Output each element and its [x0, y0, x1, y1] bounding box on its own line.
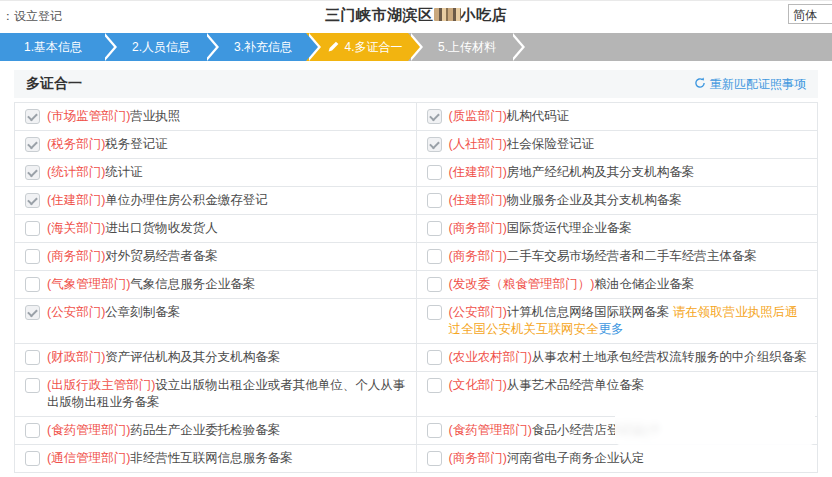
- item-name: 食品小经营店登记证(个: [532, 423, 661, 437]
- language-select[interactable]: 简体: [788, 4, 832, 24]
- step-upload-materials[interactable]: 5.上传材料: [408, 33, 510, 61]
- item-label: (商务部门)二手车交易市场经营者和二手车经营主体备案: [449, 248, 757, 265]
- item-checkbox[interactable]: [427, 193, 442, 208]
- item-checkbox[interactable]: [25, 378, 40, 393]
- page-title-prefix: 三门峡市湖滨区: [325, 6, 434, 23]
- item-checkbox[interactable]: [427, 451, 442, 466]
- item-department: (文化部门): [449, 378, 507, 392]
- item-checkbox-checked[interactable]: [25, 137, 40, 152]
- item-department: (海关部门): [47, 221, 105, 235]
- item-checkbox[interactable]: [25, 221, 40, 236]
- item-checkbox[interactable]: [25, 249, 40, 264]
- rematch-label: 重新匹配证照事项: [710, 76, 806, 93]
- item-name: 物业服务企业及其分支机构备案: [507, 193, 682, 207]
- item-label: (通信管理部门)非经营性互联网信息服务备案: [47, 450, 293, 467]
- item-name: 气象信息服务企业备案: [130, 277, 255, 291]
- step-basic-info[interactable]: 1.基本信息: [0, 33, 102, 61]
- checklist-item: (商务部门)二手车交易市场经营者和二手车经营主体备案: [417, 243, 819, 271]
- item-checkbox[interactable]: [427, 165, 442, 180]
- checklist-item: (公安部门)公章刻制备案: [15, 299, 417, 344]
- item-name: 公章刻制备案: [105, 305, 180, 319]
- checklist-item: (气象管理部门)气象信息服务企业备案: [15, 271, 417, 299]
- item-label: (住建部门)房地产经纪机构及其分支机构备案: [449, 164, 695, 181]
- item-name: 国际货运代理企业备案: [507, 221, 632, 235]
- panel-title: 多证合一: [26, 75, 82, 93]
- item-department: (通信管理部门): [47, 451, 130, 465]
- step-multi-certificate[interactable]: 4.多证合一: [306, 33, 408, 61]
- item-checkbox-checked[interactable]: [427, 137, 442, 152]
- step-label: 4.多证合一: [344, 40, 402, 54]
- item-checkbox[interactable]: [25, 423, 40, 438]
- pencil-icon: [327, 35, 340, 63]
- item-label: (市场监管部门)营业执照: [47, 108, 180, 125]
- step-supplementary-info[interactable]: 3.补充信息: [204, 33, 306, 61]
- item-label: (海关部门)进出口货物收发货人: [47, 220, 218, 237]
- item-label: (文化部门)从事艺术品经营单位备案: [449, 377, 645, 394]
- item-checkbox[interactable]: [427, 350, 442, 365]
- item-checkbox-checked[interactable]: [25, 165, 40, 180]
- item-label: (气象管理部门)气象信息服务企业备案: [47, 276, 255, 293]
- item-name: 从事艺术品经营单位备案: [507, 378, 645, 392]
- item-label: (住建部门)单位办理住房公积金缴存登记: [47, 192, 268, 209]
- checklist-item: (通信管理部门)非经营性互联网信息服务备案: [15, 445, 417, 473]
- item-department: (市场监管部门): [47, 109, 130, 123]
- step-label: 3.补充信息: [234, 40, 292, 54]
- item-checkbox[interactable]: [427, 221, 442, 236]
- item-department: (住建部门): [449, 193, 507, 207]
- item-checkbox[interactable]: [25, 350, 40, 365]
- item-department: (质监部门): [449, 109, 507, 123]
- item-checkbox[interactable]: [25, 451, 40, 466]
- item-department: (住建部门): [449, 165, 507, 179]
- item-name: 资产评估机构及其分支机构备案: [105, 350, 280, 364]
- item-name: 统计证: [105, 165, 143, 179]
- checklist-item: (食药管理部门)药品生产企业委托检验备案: [15, 417, 417, 445]
- item-name: 税务登记证: [105, 137, 168, 151]
- item-department: (公安部门): [47, 305, 105, 319]
- checklist-item: (商务部门)对外贸易经营者备案: [15, 243, 417, 271]
- item-label: (住建部门)物业服务企业及其分支机构备案: [449, 192, 682, 209]
- item-checkbox-checked[interactable]: [427, 109, 442, 124]
- rematch-licenses-link[interactable]: 重新匹配证照事项: [694, 76, 806, 93]
- item-label: (食药管理部门)食品小经营店登记证(个: [449, 422, 662, 439]
- item-name: 从事农村土地承包经营权流转服务的中介组织备案: [532, 350, 807, 364]
- item-department: (食药管理部门): [449, 423, 532, 437]
- item-name: 计算机信息网络国际联网备案: [507, 305, 670, 319]
- item-label: (农业农村部门)从事农村土地承包经营权流转服务的中介组织备案: [449, 349, 807, 366]
- refresh-icon: [694, 77, 706, 92]
- item-department: (公安部门): [449, 305, 507, 319]
- item-label: (商务部门)国际货运代理企业备案: [449, 220, 632, 237]
- item-checkbox[interactable]: [427, 305, 442, 320]
- checklist-item: (住建部门)房地产经纪机构及其分支机构备案: [417, 159, 819, 187]
- item-label: (出版行政主管部门)设立出版物出租企业或者其他单位、个人从事出版物出租业务备案: [47, 377, 406, 411]
- item-name: 营业执照: [130, 109, 180, 123]
- checklist-item: (住建部门)物业服务企业及其分支机构备案: [417, 187, 819, 215]
- item-label: (食药管理部门)药品生产企业委托检验备案: [47, 422, 280, 439]
- language-select-value: 简体: [793, 8, 817, 22]
- item-checkbox[interactable]: [427, 423, 442, 438]
- more-link[interactable]: 更多: [599, 322, 624, 336]
- checklist-item: (财政部门)资产评估机构及其分支机构备案: [15, 344, 417, 372]
- item-checkbox-checked[interactable]: [25, 109, 40, 124]
- checklist-item: (农业农村部门)从事农村土地承包经营权流转服务的中介组织备案: [417, 344, 819, 372]
- stepper-track: [510, 33, 832, 61]
- item-name: 单位办理住房公积金缴存登记: [105, 193, 268, 207]
- checklist-item: (人社部门)社会保险登记证: [417, 131, 819, 159]
- item-checkbox-checked[interactable]: [25, 305, 40, 320]
- step-personnel-info[interactable]: 2.人员信息: [102, 33, 204, 61]
- item-label: (统计部门)统计证: [47, 164, 143, 181]
- item-checkbox[interactable]: [427, 378, 442, 393]
- item-checkbox-checked[interactable]: [25, 193, 40, 208]
- item-checkbox[interactable]: [25, 277, 40, 292]
- checklist-item: (市场监管部门)营业执照: [15, 103, 417, 131]
- checklist-item: (海关部门)进出口货物收发货人: [15, 215, 417, 243]
- item-name: 非经营性互联网信息服务备案: [130, 451, 293, 465]
- item-checkbox[interactable]: [427, 249, 442, 264]
- page: { "header": { "breadcrumb": "：设立登记", "co…: [0, 0, 832, 477]
- item-name: 进出口货物收发货人: [105, 221, 218, 235]
- item-checkbox[interactable]: [427, 277, 442, 292]
- item-department: (商务部门): [449, 249, 507, 263]
- wizard-stepper: 1.基本信息 2.人员信息 3.补充信息 4.多证合一 5.上传材料: [0, 33, 832, 61]
- checklist-grid: (市场监管部门)营业执照(质监部门)机构代码证(税务部门)税务登记证(人社部门)…: [14, 102, 818, 473]
- item-name: 对外贸易经营者备案: [105, 249, 218, 263]
- checklist-item: (质监部门)机构代码证: [417, 103, 819, 131]
